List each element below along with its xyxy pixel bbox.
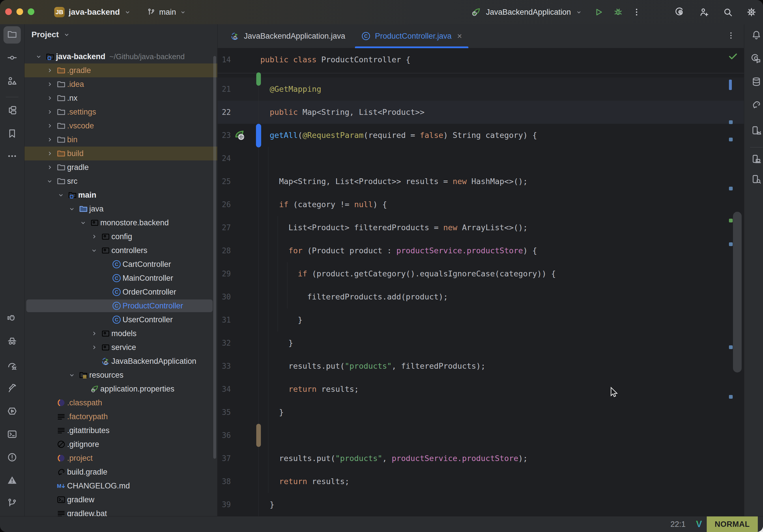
tree-row-application.properties[interactable]: application.properties	[25, 382, 217, 396]
toolbar-item-device-explorer[interactable]	[748, 171, 763, 188]
toolbar-item-version-control[interactable]	[3, 495, 21, 512]
chevron-right-icon[interactable]	[90, 344, 98, 351]
code-editor[interactable]: 14public class ProductController {21 @Ge…	[218, 48, 744, 516]
analysis-stripe-mark[interactable]	[729, 80, 732, 90]
chevron-right-icon[interactable]	[46, 80, 54, 88]
editor-tab-JavaBackendApplication.java[interactable]: JavaBackendApplication.java	[223, 24, 352, 48]
code-line-22[interactable]: 22 public Map<String, List<Product>>	[218, 101, 744, 124]
toolbar-item-ai-assistant[interactable]	[748, 51, 763, 68]
tree-row-CHANGELOG.md[interactable]: MCHANGELOG.md	[25, 479, 217, 493]
more-actions-button[interactable]	[632, 8, 641, 17]
line-number[interactable]: 32	[218, 332, 231, 355]
line-number[interactable]: 14	[218, 48, 231, 71]
chevron-down-icon[interactable]	[57, 191, 65, 199]
code-line-28[interactable]: 28 for (Product product : productService…	[218, 239, 744, 262]
code-line-36[interactable]: 36	[218, 424, 744, 447]
rest-endpoint-gutter-icon[interactable]	[234, 129, 247, 142]
code-line-26[interactable]: 26 if (category != null) {	[218, 193, 744, 216]
code-line-37[interactable]: 37 results.put("products", productServic…	[218, 447, 744, 470]
inspection-ok-check-icon[interactable]	[727, 51, 739, 62]
chevron-right-icon[interactable]	[46, 150, 54, 157]
tree-row-bin[interactable]: bin	[25, 133, 217, 147]
tab-options-icon[interactable]	[727, 31, 735, 41]
line-number[interactable]: 35	[218, 401, 231, 424]
tree-row-CartController[interactable]: CCartController	[25, 257, 217, 271]
tree-row-build.gradle[interactable]: build.gradle	[25, 465, 217, 479]
line-number[interactable]: 30	[218, 285, 231, 308]
toolbar-item-github-copilot[interactable]	[3, 311, 21, 328]
line-number[interactable]: 29	[218, 262, 231, 285]
close-window-button[interactable]	[5, 8, 12, 15]
tree-row-main[interactable]: main	[25, 188, 217, 202]
toolbar-item-gradle[interactable]	[748, 97, 763, 114]
tree-row-.vscode[interactable]: .vscode	[25, 119, 217, 133]
tree-row-monostore.backend[interactable]: monostore.backend	[25, 216, 217, 230]
ai-assistant-icon[interactable]	[675, 7, 686, 17]
line-number[interactable]: 23	[218, 124, 231, 147]
tree-row-build[interactable]: build	[25, 147, 217, 160]
code-line-21[interactable]: 21 @GetMapping	[218, 78, 744, 101]
tree-row-models[interactable]: models	[25, 327, 217, 341]
chevron-right-icon[interactable]	[90, 233, 98, 240]
chevron-right-icon[interactable]	[90, 330, 98, 337]
code-line-30[interactable]: 30 filteredProducts.add(product);	[218, 285, 744, 308]
line-number[interactable]: 34	[218, 378, 231, 401]
line-number[interactable]: 38	[218, 470, 231, 493]
caret-position-widget[interactable]: 22:1	[670, 520, 686, 529]
line-number[interactable]: 27	[218, 216, 231, 239]
maximize-window-button[interactable]	[28, 8, 34, 15]
tree-row-.idea[interactable]: .idea	[25, 77, 217, 91]
chevron-right-icon[interactable]	[46, 136, 54, 144]
code-line-33[interactable]: 33 results.put("products", filteredProdu…	[218, 355, 744, 378]
toolbar-item-terminal[interactable]	[3, 426, 21, 443]
minimize-window-button[interactable]	[16, 8, 23, 15]
run-configuration[interactable]: JavaBackendApplication	[486, 8, 571, 17]
tree-row-controllers[interactable]: controllers	[25, 244, 217, 257]
toolbar-item-database[interactable]	[748, 73, 763, 91]
analysis-stripe-mark[interactable]	[729, 395, 733, 399]
chevron-down-icon[interactable]	[46, 177, 54, 185]
collapsed-region-separator[interactable]	[218, 73, 744, 73]
tree-row-JavaBackendApplication[interactable]: JavaBackendApplication	[25, 354, 217, 368]
vim-mode-badge[interactable]: NORMAL	[707, 516, 758, 532]
toolbar-item-endpoints-incognito[interactable]	[3, 333, 21, 351]
tree-row-OrderController[interactable]: COrderController	[25, 285, 217, 299]
line-number[interactable]: 21	[218, 78, 231, 101]
toolbar-item-problems[interactable]	[3, 449, 21, 467]
toolbar-item-structure[interactable]	[3, 102, 21, 119]
settings-gear-icon[interactable]	[746, 7, 757, 17]
tree-row-.project[interactable]: .project	[25, 451, 217, 465]
tree-row-.gitignore[interactable]: .gitignore	[25, 437, 217, 451]
analysis-stripe-mark[interactable]	[729, 345, 733, 349]
code-line-35[interactable]: 35 }	[218, 401, 744, 424]
tree-row-config[interactable]: config	[25, 230, 217, 244]
toolbar-item-bookmarks[interactable]	[3, 126, 21, 143]
code-line-39[interactable]: 39 }	[218, 493, 744, 516]
chevron-right-icon[interactable]	[46, 163, 54, 171]
tree-row-gradle[interactable]: gradle	[25, 160, 217, 174]
code-line-32[interactable]: 32 }	[218, 332, 744, 355]
chevron-down-icon[interactable]	[79, 219, 87, 227]
project-scrollbar[interactable]	[213, 56, 216, 459]
run-button[interactable]	[593, 7, 604, 17]
line-number[interactable]: 31	[218, 308, 231, 332]
tree-row-gradlew[interactable]: gradlew	[25, 493, 217, 507]
chevron-right-icon[interactable]	[46, 67, 54, 74]
toolbar-item-more-tool-windows[interactable]	[3, 148, 21, 165]
tree-row-.gradle[interactable]: .gradle	[25, 63, 217, 77]
toolbar-item-project[interactable]	[3, 26, 21, 44]
analysis-stripe-mark[interactable]	[729, 242, 733, 246]
code-line-29[interactable]: 29 if (product.getCategory().equalsIgnor…	[218, 262, 744, 285]
toolbar-item-services[interactable]	[3, 403, 21, 420]
tree-row-.nx[interactable]: .nx	[25, 91, 217, 105]
code-with-me-icon[interactable]	[699, 7, 709, 17]
tree-row-java[interactable]: java	[25, 202, 217, 216]
chevron-right-icon[interactable]	[46, 94, 54, 102]
tree-row-ProductController[interactable]: CProductController	[25, 299, 217, 313]
line-number[interactable]: 24	[218, 147, 231, 170]
code-line-24[interactable]: 24	[218, 147, 744, 170]
toolbar-item-build[interactable]	[3, 380, 21, 397]
code-line-27[interactable]: 27 List<Product> filteredProducts = new …	[218, 216, 744, 239]
code-line-34[interactable]: 34 return results;	[218, 378, 744, 401]
code-line-14[interactable]: 14public class ProductController {	[218, 48, 744, 71]
